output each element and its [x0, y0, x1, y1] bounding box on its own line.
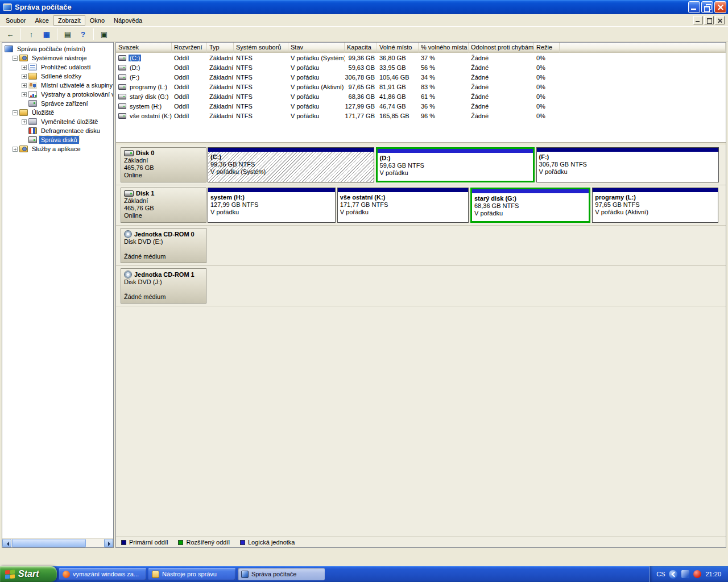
- scroll-left-button[interactable]: [2, 539, 11, 547]
- task-button-sprava-pocitace[interactable]: Správa počítače: [238, 568, 325, 580]
- menu-item-okno[interactable]: Okno: [85, 15, 109, 26]
- volume-icon: [118, 113, 126, 119]
- collapse-icon[interactable]: [13, 56, 18, 61]
- show-hide-tree-button[interactable]: ▦: [40, 28, 53, 40]
- toolbar: ← ↑ ▦ ▤ ? ▣: [0, 27, 728, 42]
- disk-0-label[interactable]: Disk 0 Základní 465,76 GB Online: [121, 147, 206, 182]
- column-header-typ[interactable]: Typ: [207, 43, 234, 53]
- disk-actions-button[interactable]: ▣: [97, 28, 111, 40]
- tree-item-systemove-nastroje[interactable]: Systémové nástroje: [2, 53, 113, 63]
- tree-item-prohlizec-udalosti[interactable]: Prohlížeč událostí: [2, 63, 113, 72]
- minimize-button[interactable]: [688, 1, 700, 13]
- column-header-kapacita[interactable]: Kapacita: [345, 43, 377, 53]
- expand-icon[interactable]: [13, 147, 18, 152]
- disk-1-band: Disk 1 Základní 465,76 GB Online system …: [116, 185, 726, 226]
- tree-item-vymenitelne-uloziste[interactable]: Vyměnitelné úložiště: [2, 117, 113, 126]
- task-button-nastroje-pro-spravu[interactable]: Nástroje pro správu: [148, 568, 235, 580]
- taskbar: Start vymazání windows za... Nástroje pr…: [0, 566, 728, 582]
- menu-item-napoveda[interactable]: Nápověda: [109, 15, 147, 26]
- column-header-rozvrzeni[interactable]: Rozvržení: [172, 43, 207, 53]
- volume-row-programy[interactable]: programy (L:) Oddíl Základní NTFS V pořá…: [116, 82, 726, 92]
- tray-antivirus-icon[interactable]: [693, 570, 701, 578]
- scroll-thumb[interactable]: [12, 539, 86, 547]
- column-header-system-souboru[interactable]: Systém souborů: [234, 43, 288, 53]
- primary-partition-stripe: [208, 188, 335, 192]
- close-button[interactable]: [714, 1, 726, 13]
- tray-app-icon-blue[interactable]: [681, 570, 689, 578]
- menu-item-soubor[interactable]: Soubor: [1, 15, 30, 26]
- tree-item-defragmentace[interactable]: Defragmentace disku: [2, 126, 113, 135]
- volume-icon: [118, 103, 126, 109]
- mdi-restore-button[interactable]: [704, 16, 714, 24]
- expand-icon[interactable]: [22, 83, 27, 88]
- up-level-button[interactable]: ↑: [24, 28, 38, 40]
- language-indicator[interactable]: CS: [656, 571, 665, 577]
- cdrom-0-label[interactable]: Jednotka CD-ROM 0 Disk DVD (E:) Žádné mé…: [121, 228, 206, 263]
- partition-c[interactable]: (C:) 99,36 GB NTFS V pořádku (Systém): [208, 147, 374, 182]
- cdrom-1-label[interactable]: Jednotka CD-ROM 1 Disk DVD (J:) Žádné mé…: [121, 268, 206, 304]
- column-header-stav[interactable]: Stav: [288, 43, 345, 53]
- column-header-odolnost[interactable]: Odolnost proti chybám: [469, 43, 534, 53]
- scroll-right-button[interactable]: [104, 539, 113, 547]
- volume-row-stary-disk[interactable]: starý disk (G:) Oddíl Základní NTFS V po…: [116, 92, 726, 101]
- console-tree: Správa počítače (místní) Systémové nástr…: [2, 42, 114, 548]
- hide-icons-button[interactable]: [669, 570, 677, 579]
- volume-row-vse-ostatni[interactable]: vše ostatní (K:) Oddíl Základní NTFS V p…: [116, 111, 726, 120]
- computer-management-window: Správa počítače Soubor Akce Zobrazit Okn…: [0, 0, 728, 566]
- tree-item-sluzby-aplikace[interactable]: Služby a aplikace: [2, 144, 113, 153]
- defrag-icon: [28, 127, 37, 134]
- mdi-close-button[interactable]: [715, 16, 725, 24]
- cdrom-1-band: Jednotka CD-ROM 1 Disk DVD (J:) Žádné mé…: [116, 266, 726, 306]
- task-button-vymazani-windows[interactable]: vymazání windows za...: [59, 568, 146, 580]
- help-button[interactable]: ?: [76, 28, 90, 40]
- volume-row-system[interactable]: system (H:) Oddíl Základní NTFS V pořádk…: [116, 101, 726, 111]
- column-header-volne-misto[interactable]: Volné místo: [377, 43, 419, 53]
- volume-row-d[interactable]: (D:) Oddíl Základní NTFS V pořádku 59,63…: [116, 63, 726, 72]
- disk-1-label[interactable]: Disk 1 Základní 465,76 GB Online: [121, 188, 206, 223]
- window-title: Správa počítače: [15, 3, 687, 11]
- menu-item-zobrazit[interactable]: Zobrazit: [53, 15, 85, 26]
- back-button[interactable]: ←: [3, 28, 17, 40]
- cd-rom-icon: [124, 230, 132, 238]
- tree-item-uloziste[interactable]: Úložiště: [2, 108, 113, 117]
- tree-item-sprava-pocitace[interactable]: Správa počítače (místní): [2, 44, 113, 53]
- menu-item-akce[interactable]: Akce: [30, 15, 53, 26]
- expand-icon[interactable]: [22, 119, 27, 124]
- partition-g[interactable]: starý disk (G:) 68,36 GB NTFS V pořádku: [470, 188, 590, 223]
- partition-d[interactable]: (D:) 59,63 GB NTFS V pořádku: [376, 147, 535, 182]
- volume-row-f[interactable]: (F:) Oddíl Základní NTFS V pořádku 306,7…: [116, 72, 726, 82]
- legend-logical: Logická jednotka: [240, 539, 295, 546]
- volume-row-c[interactable]: (C:) Oddíl Základní NTFS V pořádku (Syst…: [116, 53, 726, 63]
- desktop: Správa počítače Soubor Akce Zobrazit Okn…: [0, 0, 728, 582]
- column-header-svazek[interactable]: Svazek: [116, 43, 172, 53]
- tree-item-mistni-uzivatele[interactable]: Místní uživatelé a skupiny: [2, 81, 113, 90]
- tree-horizontal-scrollbar[interactable]: [2, 538, 113, 547]
- menubar: Soubor Akce Zobrazit Okno Nápověda: [0, 14, 728, 27]
- partition-l[interactable]: programy (L:) 97,65 GB NTFS V pořádku (A…: [592, 188, 718, 223]
- tree-item-spravce-zarizeni[interactable]: Správce zařízení: [2, 99, 113, 108]
- column-header-rezie[interactable]: Režie: [534, 43, 560, 53]
- partition-h[interactable]: system (H:) 127,99 GB NTFS V pořádku: [208, 188, 336, 223]
- properties-button[interactable]: ▤: [61, 28, 75, 40]
- mdi-minimize-button[interactable]: [693, 16, 703, 24]
- collapse-icon[interactable]: [13, 110, 18, 115]
- tree-item-vystrahy[interactable]: Výstrahy a protokolování vý: [2, 90, 113, 99]
- computer-icon: [5, 45, 13, 52]
- logical-drive-stripe: [378, 149, 533, 153]
- partition-f[interactable]: (F:) 306,78 GB NTFS V pořádku: [536, 147, 719, 182]
- expand-icon[interactable]: [22, 65, 27, 70]
- tree-item-sdilene-slozky[interactable]: Sdílené složky: [2, 72, 113, 81]
- partition-k[interactable]: vše ostatní (K:) 171,77 GB NTFS V pořádk…: [337, 188, 469, 223]
- tree-item-sprava-disku[interactable]: Správa disků: [2, 135, 113, 144]
- users-icon: [28, 82, 37, 89]
- restore-button[interactable]: [701, 1, 713, 13]
- legend-primary: Primární oddíl: [121, 539, 168, 546]
- expand-icon[interactable]: [22, 74, 27, 79]
- start-button[interactable]: Start: [0, 566, 57, 582]
- column-header-procento[interactable]: % volného místa: [419, 43, 469, 53]
- expand-icon[interactable]: [22, 92, 27, 97]
- primary-partition-stripe: [208, 148, 374, 152]
- shared-folders-icon: [28, 73, 37, 80]
- partition-legend: Primární oddíl Rozšířený oddíl Logická j…: [116, 537, 726, 547]
- window-titlebar[interactable]: Správa počítače: [0, 0, 728, 14]
